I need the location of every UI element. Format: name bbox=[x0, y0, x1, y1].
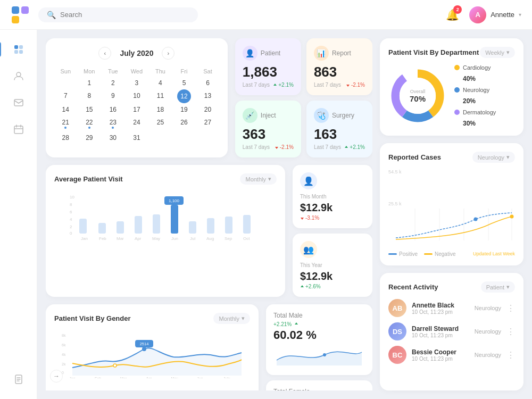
recent-activity-card: Recent Activity Patient ▾ AB Annette Bla… bbox=[380, 273, 523, 390]
right-panel: Patient Visit By Department Weekly ▾ bbox=[380, 38, 523, 390]
cal-day-21[interactable]: 21 bbox=[54, 116, 77, 131]
svg-text:Mar: Mar bbox=[120, 377, 127, 378]
cal-day-28[interactable]: 28 bbox=[54, 131, 77, 144]
svg-point-64 bbox=[510, 215, 514, 219]
cal-day-5[interactable]: 5 bbox=[173, 77, 196, 89]
total-female-card: Total Female -2.10% 39.08 % bbox=[266, 380, 372, 390]
svg-text:8k: 8k bbox=[62, 334, 66, 337]
mid-row: Average Patient Visit Monthly ▾ 10 8 6 4 bbox=[46, 165, 372, 297]
calendar-week-2: 7 8 9 10 11 12 13 bbox=[54, 89, 219, 103]
cal-day-12-today[interactable]: 12 bbox=[177, 89, 191, 103]
this-month-label: This Month bbox=[300, 194, 365, 200]
sidebar bbox=[0, 30, 37, 399]
svg-text:Feb: Feb bbox=[95, 377, 101, 378]
svg-text:July: July bbox=[223, 377, 230, 378]
sidebar-item-dashboard[interactable] bbox=[7, 38, 30, 61]
activity-time-3: 10 Oct, 11:23 pm bbox=[412, 356, 469, 362]
activity-more-2[interactable]: ⋮ bbox=[506, 327, 515, 337]
cal-day-25[interactable]: 25 bbox=[149, 116, 172, 131]
this-year-label: This Year bbox=[300, 262, 365, 268]
cal-day-24[interactable]: 24 bbox=[126, 116, 148, 131]
dermatology-dot bbox=[454, 110, 460, 115]
notification-bell[interactable]: 🔔 2 bbox=[444, 6, 461, 23]
this-month-value: $12.9k bbox=[300, 202, 365, 214]
cal-day-15[interactable]: 15 bbox=[78, 103, 101, 116]
search-bar[interactable]: 🔍 bbox=[38, 7, 198, 22]
cal-day-19[interactable]: 19 bbox=[173, 103, 196, 116]
sidebar-item-reports[interactable] bbox=[7, 368, 30, 390]
svg-point-63 bbox=[474, 218, 478, 221]
cal-day-20[interactable]: 20 bbox=[196, 103, 219, 116]
activity-avatar-3: BC bbox=[388, 346, 406, 364]
activity-more-1[interactable]: ⋮ bbox=[506, 303, 515, 313]
cal-day-7[interactable]: 7 bbox=[54, 89, 77, 103]
avg-visit-filter[interactable]: Monthly ▾ bbox=[240, 173, 277, 185]
cal-day-8[interactable]: 8 bbox=[78, 89, 101, 103]
sidebar-item-messages[interactable] bbox=[7, 92, 30, 114]
svg-rect-30 bbox=[207, 218, 214, 234]
cal-day-18[interactable]: 18 bbox=[149, 103, 172, 116]
svg-rect-28 bbox=[189, 221, 196, 234]
cal-day-6[interactable]: 6 bbox=[196, 77, 219, 89]
stat-period-report: Last 7 days bbox=[314, 82, 341, 88]
activity-more-3[interactable]: ⋮ bbox=[506, 350, 515, 360]
gender-filter[interactable]: Monthly ▾ bbox=[213, 313, 250, 324]
stat-label-surgery: Surgery bbox=[332, 112, 354, 119]
updated-label: Updated Last Week bbox=[473, 251, 515, 257]
patient-icon: 👤 bbox=[243, 46, 257, 61]
cal-day-22[interactable]: 22 bbox=[78, 116, 101, 131]
cal-day-29[interactable]: 29 bbox=[78, 131, 101, 144]
dept-visit-filter[interactable]: Weekly ▾ bbox=[480, 47, 515, 58]
stat-change-report: -2.1% bbox=[346, 82, 365, 88]
svg-text:2514: 2514 bbox=[140, 342, 149, 346]
cal-day-13[interactable]: 13 bbox=[196, 89, 219, 103]
cal-day-2[interactable]: 2 bbox=[102, 77, 124, 89]
cal-day-9[interactable]: 9 bbox=[102, 89, 124, 103]
calendar-days-header: Sun Mon Tue Wed Thu Fri Sat bbox=[54, 66, 219, 77]
user-menu[interactable]: A Annette ▾ bbox=[469, 6, 521, 23]
cal-day-4[interactable]: 4 bbox=[149, 77, 172, 89]
cal-day-31[interactable]: 31 bbox=[126, 131, 148, 144]
stat-period-inject: Last 7 days bbox=[243, 144, 270, 150]
svg-text:8: 8 bbox=[70, 202, 72, 207]
calendar-next-button[interactable]: › bbox=[162, 47, 174, 60]
donut-center-value: 70% bbox=[410, 94, 426, 103]
this-year-change: +2.6% bbox=[300, 284, 365, 289]
total-female-title: Total Female bbox=[273, 388, 365, 390]
stat-card-surgery: 🩺 Surgery 163 Last 7 days +2.1% bbox=[306, 101, 372, 157]
gender-chart-arrow[interactable]: → bbox=[50, 370, 63, 383]
svg-rect-2 bbox=[14, 50, 18, 54]
cal-day-17[interactable]: 17 bbox=[126, 103, 148, 116]
stat-value-patient: 1,863 bbox=[243, 65, 294, 79]
sidebar-item-patients[interactable] bbox=[7, 65, 30, 87]
svg-point-4 bbox=[16, 72, 21, 77]
sidebar-item-calendar[interactable] bbox=[7, 118, 30, 140]
cases-legend: Positive Negative Updated Last Week bbox=[388, 251, 515, 257]
svg-rect-5 bbox=[14, 99, 23, 106]
cal-day-30[interactable]: 30 bbox=[102, 131, 124, 144]
donut-chart: Overall 70% bbox=[388, 66, 447, 125]
search-input[interactable] bbox=[60, 11, 189, 19]
stat-value-report: 863 bbox=[314, 65, 365, 79]
cal-day-10[interactable]: 10 bbox=[126, 89, 148, 103]
chevron-down-icon: ▾ bbox=[519, 12, 521, 18]
cal-day-3[interactable]: 3 bbox=[126, 77, 148, 89]
notification-badge: 2 bbox=[453, 5, 462, 14]
activity-filter[interactable]: Patient ▾ bbox=[481, 281, 515, 293]
calendar-prev-button[interactable]: ‹ bbox=[98, 47, 111, 60]
activity-list: AB Annette Black 10 Oct, 11:23 pm Neurol… bbox=[388, 299, 515, 364]
total-male-wave bbox=[273, 344, 365, 365]
cal-day-27[interactable]: 27 bbox=[196, 116, 219, 131]
svg-rect-32 bbox=[225, 217, 232, 234]
cal-day-26[interactable]: 26 bbox=[173, 116, 196, 131]
cal-day-23[interactable]: 23 bbox=[102, 116, 124, 131]
reported-cases-filter[interactable]: Neurology ▾ bbox=[472, 152, 515, 163]
bottom-row: Patient Visit By Gender Monthly ▾ 8k 6k … bbox=[46, 304, 372, 390]
cal-day-16[interactable]: 16 bbox=[102, 103, 124, 116]
avg-visit-header: Average Patient Visit Monthly ▾ bbox=[54, 173, 277, 185]
cal-day-1[interactable]: 1 bbox=[78, 77, 101, 89]
cases-y1: 54.5 k bbox=[388, 169, 402, 174]
svg-text:Jan: Jan bbox=[69, 377, 75, 378]
cal-day-11[interactable]: 11 bbox=[149, 89, 172, 103]
cal-day-14[interactable]: 14 bbox=[54, 103, 77, 116]
